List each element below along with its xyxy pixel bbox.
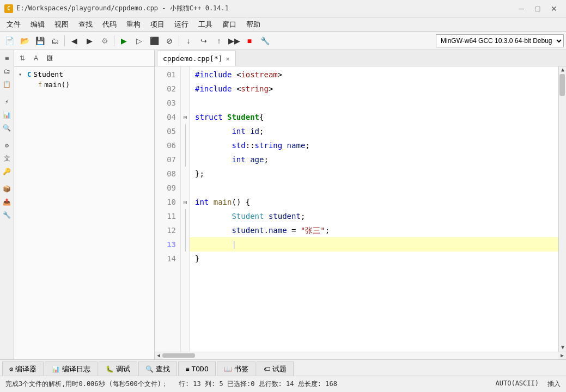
code-line-9 <box>190 181 558 195</box>
todo-tab-label: TODO <box>191 365 208 373</box>
menu-item-运行[interactable]: 运行 <box>170 19 193 30</box>
save-all-button[interactable]: 🗂 <box>48 34 62 48</box>
horizontal-scrollbar[interactable]: ◀ ▶ <box>155 352 566 359</box>
sidebar-icon-11[interactable]: 📤 <box>1 196 13 208</box>
fold-indicators: ⊟ ⊟ <box>181 66 190 352</box>
app-window: C E:/Workspaces/playground/cppdemo.cpp -… <box>0 0 566 392</box>
toolbar-sep-1 <box>64 35 65 46</box>
menu-item-视图[interactable]: 视图 <box>50 19 73 30</box>
sidebar-icon-7[interactable]: ⚙ <box>1 139 13 151</box>
code-editor[interactable]: 01 02 03 04 05 06 07 08 09 10 11 12 13 1… <box>155 66 566 352</box>
tools-button[interactable]: 🔧 <box>258 34 272 48</box>
vertical-scrollbar[interactable]: ▲ ▼ <box>558 66 566 352</box>
sidebar-icon-3[interactable]: 📋 <box>1 78 13 90</box>
debug-compile-button[interactable]: ▷ <box>132 34 146 48</box>
tree-alpha-btn[interactable]: A <box>30 52 42 64</box>
menu-item-窗口[interactable]: 窗口 <box>218 19 241 30</box>
exam-tab-label: 试题 <box>272 364 287 374</box>
bottom-tab-find[interactable]: 🔍 查找 <box>138 362 177 376</box>
run-button[interactable]: ▶ <box>117 34 131 48</box>
sidebar-icon-9[interactable]: 🔑 <box>1 166 13 177</box>
menu-item-帮助[interactable]: 帮助 <box>242 19 265 30</box>
toolbar-sep-2 <box>114 35 114 46</box>
bottom-tab-bookmark[interactable]: 📖 书签 <box>217 362 255 376</box>
tree-label-student: Student <box>33 70 63 78</box>
menu-item-代码[interactable]: 代码 <box>98 19 121 30</box>
tree-item-student[interactable]: ▾ C Student <box>14 69 154 79</box>
fold-btn-10[interactable]: ⊟ <box>181 195 190 209</box>
fold-btn-4[interactable]: ⊟ <box>181 110 190 124</box>
menu-item-工具[interactable]: 工具 <box>194 19 217 30</box>
step-over-button[interactable]: ↪ <box>197 34 211 48</box>
bottom-tabs: ⚙ 编译器 📊 编译日志 🐛 调试 🔍 查找 ≡ TODO 📖 书签 🏷 试题 <box>0 359 566 376</box>
func-icon: f <box>38 81 42 89</box>
main-area: ≡ 🗂 📋 ⚡ 📊 🔍 ⚙ 文 🔑 📦 📤 🔧 ⇅ A 🖼 ▾ C <box>0 50 566 359</box>
stop-debug-button[interactable]: ■ <box>242 34 257 48</box>
h-scroll-track[interactable] <box>162 352 558 360</box>
sidebar-icon-4[interactable]: ⚡ <box>1 96 13 108</box>
code-line-7: int age; <box>190 152 558 167</box>
editor-tab-cppdemo[interactable]: cppdemo.cpp[*] ✕ <box>157 51 236 66</box>
code-line-4: struct Student{ <box>190 110 558 124</box>
status-bar: 完成3个文件的解析,用时0.006秒 (每秒500个文件)； 行: 13 列: … <box>0 376 566 392</box>
maximize-button[interactable]: □ <box>530 3 545 14</box>
scroll-track[interactable] <box>559 74 566 344</box>
compile-button[interactable]: ⚙ <box>98 34 112 48</box>
bookmark-tab-label: 书签 <box>234 364 248 374</box>
tree-item-main[interactable]: f main() <box>14 79 154 90</box>
status-encoding: AUTO(ASCII) <box>496 379 539 389</box>
sidebar-icon-5[interactable]: 📊 <box>1 109 13 121</box>
code-line-12: student.name = "张三"; <box>190 223 558 237</box>
h-scroll-right-button[interactable]: ▶ <box>558 352 566 360</box>
back-button[interactable]: ◀ <box>67 34 81 48</box>
tree-label-main: main() <box>44 81 70 89</box>
scroll-thumb[interactable] <box>559 74 565 96</box>
bottom-tab-todo[interactable]: ≡ TODO <box>178 362 216 376</box>
menu-item-编辑[interactable]: 编辑 <box>26 19 49 30</box>
tab-close-button[interactable]: ✕ <box>226 55 230 63</box>
status-right: AUTO(ASCII) 插入 <box>496 379 561 389</box>
tree-image-btn[interactable]: 🖼 <box>44 52 56 64</box>
line-numbers: 01 02 03 04 05 06 07 08 09 10 11 12 13 1… <box>155 66 181 352</box>
stop-button[interactable]: ⬛ <box>147 34 161 48</box>
menu-item-文件[interactable]: 文件 <box>2 19 25 30</box>
bookmark-tab-icon: 📖 <box>224 365 232 373</box>
save-button[interactable]: 💾 <box>33 34 47 48</box>
sidebar-icon-10[interactable]: 📦 <box>1 183 13 195</box>
sidebar-icon-6[interactable]: 🔍 <box>1 122 13 134</box>
tree-sort-btn[interactable]: ⇅ <box>16 52 28 64</box>
menu-item-查找[interactable]: 查找 <box>74 19 97 30</box>
code-line-10: int main() { <box>190 195 558 209</box>
close-button[interactable]: ✕ <box>546 3 562 14</box>
minimize-button[interactable]: ─ <box>514 3 529 14</box>
title-bar: C E:/Workspaces/playground/cppdemo.cpp -… <box>0 0 566 17</box>
file-tree-toolbar: ⇅ A 🖼 <box>14 50 154 67</box>
forward-button[interactable]: ▶ <box>82 34 96 48</box>
h-scroll-left-button[interactable]: ◀ <box>155 352 162 360</box>
menu-item-项目[interactable]: 项目 <box>146 19 169 30</box>
sidebar-icon-1[interactable]: ≡ <box>1 52 13 64</box>
new-button[interactable]: 📄 <box>2 34 16 48</box>
scroll-down-button[interactable]: ▼ <box>559 344 566 352</box>
bottom-tab-log[interactable]: 📊 编译日志 <box>45 362 98 376</box>
open-button[interactable]: 📂 <box>17 34 32 48</box>
scroll-up-button[interactable]: ▲ <box>559 66 566 74</box>
bottom-tab-exam[interactable]: 🏷 试题 <box>257 362 294 376</box>
sidebar-icon-12[interactable]: 🔧 <box>1 209 13 221</box>
bottom-tab-debug[interactable]: 🐛 调试 <box>99 362 137 376</box>
menu-item-重构[interactable]: 重构 <box>122 19 145 30</box>
toggle-breakpoint-button[interactable]: ⊘ <box>162 34 177 48</box>
bottom-tab-compiler[interactable]: ⚙ 编译器 <box>2 362 44 376</box>
h-scroll-thumb[interactable] <box>162 353 195 358</box>
code-line-3 <box>190 96 558 110</box>
continue-button[interactable]: ▶▶ <box>227 34 241 48</box>
step-into-button[interactable]: ↓ <box>181 34 196 48</box>
code-content[interactable]: #include <iostream> #include <string> st… <box>190 66 558 352</box>
class-icon: C <box>27 71 31 78</box>
sidebar-icon-8[interactable]: 文 <box>1 152 13 164</box>
code-line-1: #include <iostream> <box>190 68 558 82</box>
code-line-13[interactable]: | <box>190 237 558 252</box>
sidebar-icon-2[interactable]: 🗂 <box>1 65 13 77</box>
step-out-button[interactable]: ↑ <box>212 34 226 48</box>
compiler-select[interactable]: MinGW-w64 GCC 10.3.0 64-bit Debug <box>436 34 564 47</box>
